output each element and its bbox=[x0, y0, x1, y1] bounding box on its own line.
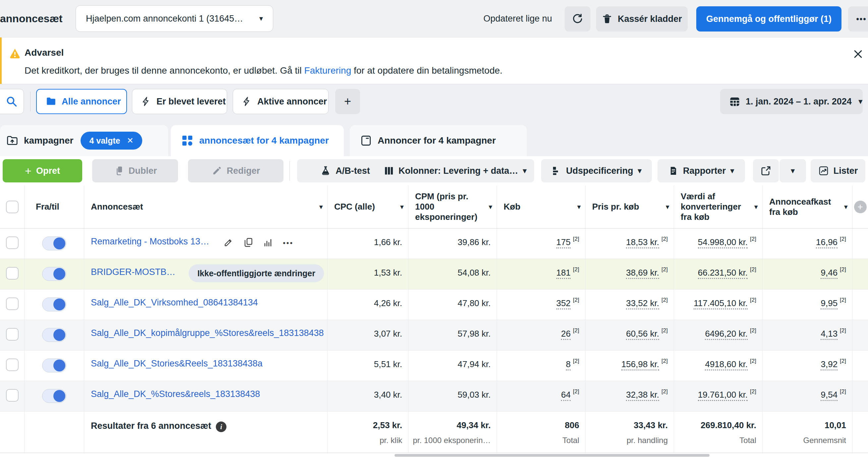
adset-toggle[interactable] bbox=[42, 389, 66, 403]
filter-all-ads[interactable]: Alle annoncer bbox=[36, 89, 127, 114]
toolbar-divider bbox=[289, 161, 290, 181]
billing-link[interactable]: Fakturering bbox=[304, 65, 351, 75]
col-header-cost-per-purchase-label: Pris pr. køb bbox=[592, 202, 639, 212]
search-box[interactable] bbox=[0, 89, 24, 114]
tab-ads-label: Annoncer for 4 kampagner bbox=[378, 135, 496, 146]
clear-selection-icon[interactable]: ✕ bbox=[127, 136, 134, 145]
export-button[interactable] bbox=[753, 159, 779, 182]
discard-drafts-button[interactable]: Kassér kladder bbox=[596, 6, 688, 31]
row-checkbox-cell bbox=[0, 259, 25, 289]
row-checkbox[interactable] bbox=[6, 267, 19, 280]
row-checkbox[interactable] bbox=[6, 389, 19, 402]
filter-active-ads-label: Aktive annoncer bbox=[257, 96, 327, 107]
cpc-value: 3,40 kr. bbox=[328, 381, 408, 411]
filter-bar: Alle annoncer Er blevet leveret Aktive a… bbox=[0, 84, 868, 125]
filter-active-ads[interactable]: Aktive annoncer bbox=[233, 89, 329, 114]
row-toggle-cell bbox=[25, 259, 84, 289]
date-range-selector[interactable]: 1. jan. 2024 – 1. apr. 2024 ▾ bbox=[720, 89, 863, 114]
col-header-cpm[interactable]: CPM (pris pr. 1000 eksponeringer) ▾ bbox=[408, 185, 497, 228]
adset-name-link[interactable]: Salg_Alle_DK_kopimålgruppe_%Stores&reels… bbox=[91, 328, 323, 338]
publish-button[interactable]: Gennemgå og offentliggør (1) bbox=[696, 6, 841, 31]
breakdown-button[interactable]: Udspecificering ▾ bbox=[541, 159, 652, 182]
view-charts-icon[interactable] bbox=[263, 237, 274, 248]
row-checkbox-cell bbox=[0, 381, 25, 411]
table-row: Remarketing - Mostboks 13… ••• 1,66 kr. … bbox=[0, 228, 868, 259]
plus-circle-icon: + bbox=[854, 201, 867, 213]
sort-caret-icon[interactable]: ▾ bbox=[666, 203, 669, 210]
plus-glyph: + bbox=[858, 202, 863, 212]
row-more-icon[interactable]: ••• bbox=[283, 239, 293, 247]
adset-name-cell: Salg_Alle_DK_Virksomhed_08641384134 bbox=[84, 290, 328, 320]
adset-toggle[interactable] bbox=[42, 267, 66, 281]
add-column-button[interactable]: + bbox=[852, 185, 868, 228]
adset-toggle[interactable] bbox=[42, 237, 66, 250]
add-filter-button[interactable]: + bbox=[335, 89, 360, 114]
sort-caret-icon[interactable]: ▾ bbox=[844, 203, 847, 210]
columns-button[interactable]: Kolonner: Levering + data… ▾ bbox=[376, 159, 534, 182]
banner-close-button[interactable] bbox=[849, 45, 867, 63]
roas-value: 4,13[2] bbox=[763, 320, 852, 350]
adset-name-link[interactable]: BRIDGER-MOSTBOKS-TF-… bbox=[91, 267, 181, 277]
edit-pencil-icon[interactable] bbox=[223, 237, 234, 248]
page-title: annoncesæt bbox=[0, 0, 62, 37]
chevron-down-icon: ▾ bbox=[259, 15, 263, 22]
sort-caret-icon[interactable]: ▾ bbox=[577, 203, 581, 210]
selected-campaigns-count: 4 valgte bbox=[89, 136, 120, 146]
conversion-value: 4918,60 kr.[2] bbox=[674, 351, 763, 381]
tab-campaigns[interactable]: kampagner 4 valgte ✕ bbox=[0, 125, 168, 156]
toggle-knob bbox=[53, 329, 65, 341]
duplicate-button[interactable]: Dubler bbox=[92, 159, 178, 182]
banner-message-text: Det kreditkort, der bruges til denne ann… bbox=[25, 65, 304, 75]
create-button[interactable]: + Opret bbox=[3, 159, 82, 182]
filter-delivered[interactable]: Er blevet leveret bbox=[132, 89, 227, 114]
row-toggle-cell bbox=[25, 228, 84, 259]
adset-name-cell: BRIDGER-MOSTBOKS-TF-… Ikke-offentliggjor… bbox=[84, 259, 328, 289]
col-header-conversion-value[interactable]: Værdi af konverteringer fra køb ▾ bbox=[674, 185, 763, 228]
adset-toggle[interactable] bbox=[42, 328, 66, 342]
sort-caret-icon[interactable]: ▾ bbox=[489, 203, 492, 210]
toggle-knob bbox=[53, 390, 65, 402]
row-checkbox[interactable] bbox=[6, 359, 19, 371]
col-header-cpc[interactable]: CPC (alle) ▾ bbox=[328, 185, 408, 228]
adset-name-link[interactable]: Salg_Alle_DK_Virksomhed_08641384134 bbox=[91, 298, 258, 308]
row-checkbox[interactable] bbox=[6, 298, 19, 310]
col-header-roas[interactable]: Annonceafkast fra køb ▾ bbox=[763, 185, 852, 228]
empty-cell bbox=[0, 412, 25, 453]
row-checkbox[interactable] bbox=[6, 237, 19, 249]
refresh-button[interactable] bbox=[565, 6, 590, 31]
ads-frame-icon bbox=[360, 134, 372, 147]
col-header-purchases[interactable]: Køb ▾ bbox=[497, 185, 586, 228]
select-all-checkbox[interactable] bbox=[6, 201, 19, 213]
tab-ads[interactable]: Annoncer for 4 kampagner bbox=[350, 125, 527, 156]
adset-name-link[interactable]: Salg_Alle_DK_%Stores&reels_183138438 bbox=[91, 389, 260, 399]
col-header-cost-per-purchase[interactable]: Pris pr. køb ▾ bbox=[586, 185, 674, 228]
topbar-more-button[interactable]: ••• bbox=[848, 6, 868, 31]
sort-caret-icon[interactable]: ▾ bbox=[754, 203, 757, 210]
adset-toggle[interactable] bbox=[42, 298, 66, 311]
account-selector[interactable]: Hjaelpen.com annoncekonti 1 (31645… ▾ bbox=[75, 5, 273, 32]
toggle-knob bbox=[53, 360, 65, 371]
cpm-total: 49,34 kr.pr. 1000 eksponerin… bbox=[408, 412, 497, 453]
charts-button[interactable]: Lister bbox=[811, 159, 865, 182]
horizontal-scrollbar[interactable] bbox=[395, 454, 710, 457]
sort-caret-icon[interactable]: ▾ bbox=[319, 203, 322, 210]
sort-caret-icon[interactable]: ▾ bbox=[400, 203, 403, 210]
col-header-name[interactable]: Annoncesæt ▾ bbox=[84, 185, 328, 228]
reports-button[interactable]: Rapporter ▾ bbox=[657, 159, 745, 182]
tab-adsets[interactable]: annoncesæt for 4 kampagner bbox=[171, 125, 344, 156]
col-header-toggle-label: Fra/til bbox=[36, 202, 59, 212]
purchases-value: 181[2] bbox=[497, 259, 586, 289]
row-checkbox[interactable] bbox=[6, 328, 19, 341]
purchases-value: 175[2] bbox=[497, 228, 586, 259]
adset-name-link[interactable]: Remarketing - Mostboks 13… bbox=[91, 237, 209, 247]
cost-per-purchase-value: 18,53 kr.[2] bbox=[586, 228, 674, 259]
info-icon[interactable]: i bbox=[216, 422, 226, 432]
duplicate-copy-icon[interactable] bbox=[243, 237, 254, 248]
edit-button[interactable]: Rediger bbox=[188, 159, 283, 182]
adset-toggle[interactable] bbox=[42, 359, 66, 372]
selected-campaigns-pill[interactable]: 4 valgte ✕ bbox=[81, 132, 142, 150]
adset-name-link[interactable]: Salg_Alle_DK_Stories&Reels_183138438a bbox=[91, 359, 262, 369]
roas-total: 10,01Gennemsnit bbox=[763, 412, 852, 453]
export-options-button[interactable]: ▾ bbox=[779, 159, 806, 182]
folder-icon bbox=[45, 96, 57, 107]
